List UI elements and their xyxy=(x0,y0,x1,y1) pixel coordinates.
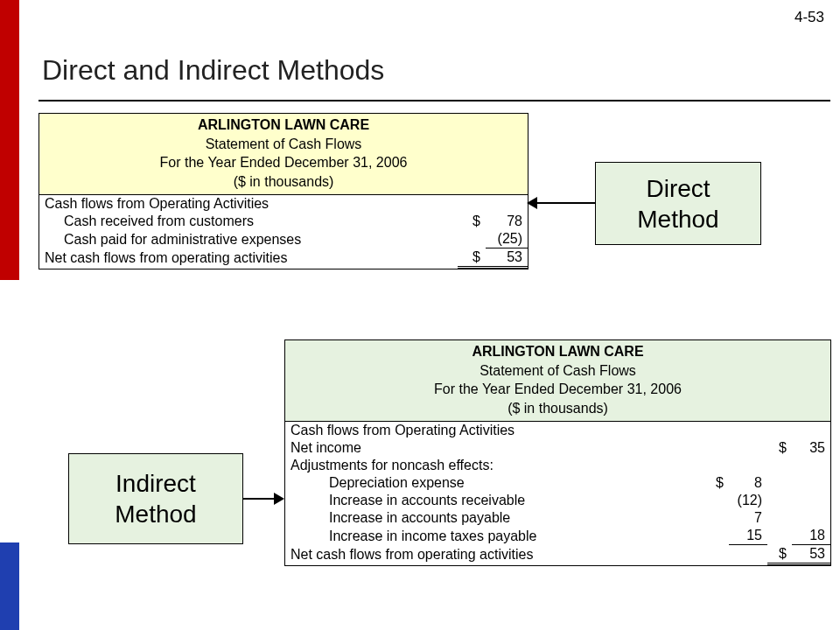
line-item-label: Increase in income taxes payable xyxy=(285,527,704,545)
statement-title: Statement of Cash Flows xyxy=(285,361,830,381)
currency-symbol: $ xyxy=(458,213,486,230)
line-item-value: (25) xyxy=(486,230,528,248)
direct-label-line1: Direct xyxy=(646,175,710,202)
line-item-value: 15 xyxy=(729,527,767,545)
line-item-label: Net income xyxy=(285,439,704,457)
table-row: Cash received from customers $ 78 xyxy=(39,213,528,230)
line-item-value: 78 xyxy=(486,213,528,230)
indirect-method-statement: ARLINGTON LAWN CARE Statement of Cash Fl… xyxy=(284,340,831,566)
line-item-value: 35 xyxy=(792,439,830,457)
statement-title: Statement of Cash Flows xyxy=(39,135,528,154)
adjustments-header: Adjustments for noncash effects: xyxy=(285,457,704,474)
direct-label-line2: Method xyxy=(637,206,718,233)
adjustments-total: 18 xyxy=(792,527,830,545)
table-row: Increase in income taxes payable 15 18 xyxy=(285,527,830,545)
indirect-method-table: Cash flows from Operating Activities Net… xyxy=(285,422,830,565)
statement-period: For the Year Ended December 31, 2006 xyxy=(39,153,528,172)
indirect-label-line1: Indirect xyxy=(116,470,196,497)
arrow-right-icon xyxy=(243,498,283,500)
line-item-value: (12) xyxy=(729,492,767,509)
company-name: ARLINGTON LAWN CARE xyxy=(39,116,528,135)
indirect-label-line2: Method xyxy=(115,500,196,528)
direct-method-statement: ARLINGTON LAWN CARE Statement of Cash Fl… xyxy=(38,113,528,270)
direct-method-label-box: Direct Method xyxy=(595,162,761,245)
net-cash-value: 53 xyxy=(486,248,528,268)
slide-title: Direct and Indirect Methods xyxy=(42,54,384,87)
statement-units: ($ in thousands) xyxy=(285,399,830,418)
table-row: Net income $ 35 xyxy=(285,439,830,457)
line-item-label: Increase in accounts payable xyxy=(285,509,704,527)
statement-header: ARLINGTON LAWN CARE Statement of Cash Fl… xyxy=(39,114,528,195)
currency-symbol: $ xyxy=(767,545,792,564)
direct-method-table: Cash flows from Operating Activities Cas… xyxy=(39,195,528,269)
table-row: Net cash flows from operating activities… xyxy=(285,545,830,564)
table-row: Net cash flows from operating activities… xyxy=(39,248,528,268)
table-row: Cash flows from Operating Activities xyxy=(39,195,528,213)
line-item-label: Cash paid for administrative expenses xyxy=(39,230,458,248)
table-row: Increase in accounts receivable (12) xyxy=(285,492,830,509)
currency-symbol: $ xyxy=(704,474,729,492)
table-row: Adjustments for noncash effects: xyxy=(285,457,830,474)
arrow-left-icon xyxy=(528,202,595,204)
net-cash-label: Net cash flows from operating activities xyxy=(285,545,704,564)
company-name: ARLINGTON LAWN CARE xyxy=(285,342,830,361)
table-row: Cash flows from Operating Activities xyxy=(285,422,830,439)
currency-symbol: $ xyxy=(458,248,486,268)
statement-header: ARLINGTON LAWN CARE Statement of Cash Fl… xyxy=(285,340,830,422)
table-row: Cash paid for administrative expenses (2… xyxy=(39,230,528,248)
line-item-value: 8 xyxy=(729,474,767,492)
table-row: Increase in accounts payable 7 xyxy=(285,509,830,527)
statement-units: ($ in thousands) xyxy=(39,172,528,192)
section-header: Cash flows from Operating Activities xyxy=(285,422,704,439)
table-row: Depreciation expense $ 8 xyxy=(285,474,830,492)
line-item-label: Increase in accounts receivable xyxy=(285,492,704,509)
section-header: Cash flows from Operating Activities xyxy=(39,195,458,213)
statement-period: For the Year Ended December 31, 2006 xyxy=(285,380,830,399)
line-item-value: 7 xyxy=(729,509,767,527)
net-cash-label: Net cash flows from operating activities xyxy=(39,248,458,268)
indirect-method-label-box: Indirect Method xyxy=(68,453,243,544)
line-item-label: Depreciation expense xyxy=(285,474,704,492)
currency-symbol: $ xyxy=(767,439,792,457)
decorative-left-stripe xyxy=(0,0,19,630)
title-underline xyxy=(38,100,830,102)
line-item-label: Cash received from customers xyxy=(39,213,458,230)
net-cash-value: 53 xyxy=(792,545,830,564)
slide-number: 4-53 xyxy=(794,9,824,26)
